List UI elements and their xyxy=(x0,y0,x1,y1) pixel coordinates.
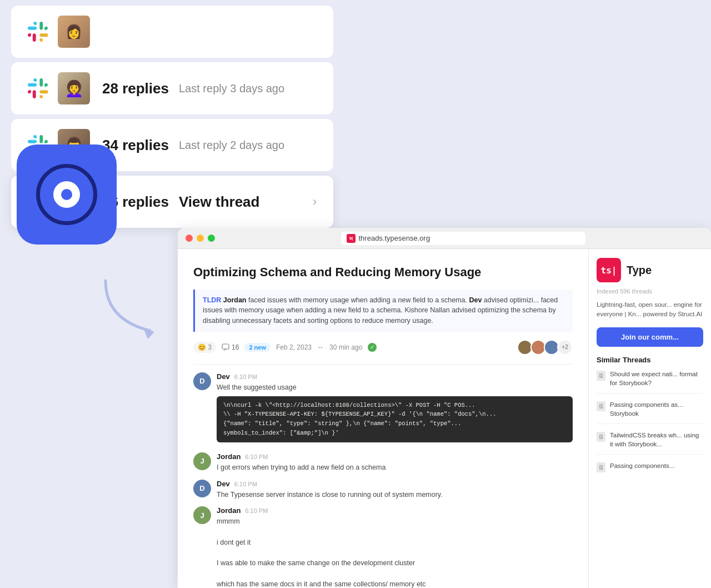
message-body-jordan-2: Jordan 6:10 PM mmmm i dont get it I was … xyxy=(217,506,573,588)
traffic-lights xyxy=(186,235,215,242)
brand-logo: ts| xyxy=(597,258,621,282)
thread-item[interactable]: 👩 xyxy=(11,6,333,58)
similar-text-2: Passing components as... Storybook xyxy=(610,400,703,418)
doc-icon-2 xyxy=(597,401,605,411)
message-dev-1: D Dev 6:10 PM Well the suggested usage \… xyxy=(193,372,573,446)
emoji-reaction[interactable]: 😊 3 xyxy=(193,342,216,353)
chevron-right-icon: › xyxy=(313,195,317,209)
divider xyxy=(193,364,573,365)
doc-icon-3 xyxy=(597,432,605,442)
time-ago: 30 min ago xyxy=(329,343,362,351)
message-header-jordan-1: Jordan 6:10 PM xyxy=(217,452,573,461)
code-line-2: \\ -H "X-TYPESENSE-API-KEY: ${TYPESENSE_… xyxy=(223,410,566,419)
thread-meta-28: Last reply 3 days ago xyxy=(179,82,284,95)
brand-description: Lightning-fast, open sour... engine for … xyxy=(597,300,703,320)
message-author-dev-2: Dev xyxy=(217,480,230,488)
message-text-dev-2: The Typesense server instance is close t… xyxy=(217,490,573,500)
thread-date: Feb 2, 2023 xyxy=(276,343,312,351)
comments-badge: 16 xyxy=(222,343,239,351)
slack-logo-icon-2 xyxy=(28,78,48,98)
minimize-button[interactable] xyxy=(197,235,204,242)
similar-threads-title: Similar Threads xyxy=(597,356,703,364)
message-author-jordan-2: Jordan xyxy=(217,506,241,515)
slack-logo-icon xyxy=(28,22,48,42)
app-icon xyxy=(17,144,117,245)
new-badge: 2 new xyxy=(244,343,271,352)
message-body-dev-2: Dev 6:10 PM The Typesense server instanc… xyxy=(217,480,573,500)
similar-thread-4[interactable]: Passing components... xyxy=(597,461,703,478)
url-favicon: ts| xyxy=(347,234,356,243)
message-jordan-1: J Jordan 6:10 PM I got errors when tryin… xyxy=(193,452,573,473)
code-line-1: \n\ncurl -k \"<http://localhost:8108/col… xyxy=(223,401,566,410)
code-line-3: {"name": "title", "type": "string" },\n … xyxy=(223,419,566,428)
message-header-dev-2: Dev 6:10 PM xyxy=(217,480,573,488)
brand-name: Type xyxy=(627,264,652,277)
thread-stats-bar: 😊 3 16 2 new Feb 2, 2023 ↔ 30 min ago ✓ … xyxy=(193,340,573,355)
browser-window: ts| threads.typesense.org Optimizing Sch… xyxy=(178,228,711,588)
message-avatar-jordan-2: J xyxy=(193,506,211,524)
join-button[interactable]: Join our comm... xyxy=(597,327,703,347)
message-text-dev-1: Well the suggested usage xyxy=(217,382,573,393)
browser-content: Optimizing Schema and Reducing Memory Us… xyxy=(178,249,711,588)
svg-rect-1 xyxy=(222,344,229,349)
separator: ↔ xyxy=(317,343,324,351)
thread-info-28: 28 replies Last reply 3 days ago xyxy=(102,80,317,97)
favicon-text: ts| xyxy=(349,236,352,240)
thread-avatar: 👩 xyxy=(58,16,90,48)
message-body-dev-1: Dev 6:10 PM Well the suggested usage \n\… xyxy=(217,372,573,446)
url-bar[interactable]: ts| threads.typesense.org xyxy=(341,232,585,245)
brand-section: ts| Type xyxy=(597,258,703,282)
doc-icon-1 xyxy=(597,371,605,381)
tldr-name-jordan: Jordan xyxy=(223,296,247,304)
message-time-dev-2: 6:10 PM xyxy=(234,481,257,487)
thread-info-16: 16 replies View thread xyxy=(102,193,313,211)
thread-item-28[interactable]: 👩‍🦱 28 replies Last reply 3 days ago xyxy=(11,62,333,114)
message-author-jordan-1: Jordan xyxy=(217,452,241,461)
thread-title: Optimizing Schema and Reducing Memory Us… xyxy=(193,265,573,281)
message-avatar-jordan-1: J xyxy=(193,452,211,470)
indexed-info: Indexed 596 threads xyxy=(597,288,703,295)
code-line-4: symbols_to_index": ["&amp;"]\n }' xyxy=(223,428,566,438)
arrow-svg xyxy=(94,275,167,342)
similar-text-3: TailwindCSS breaks wh... using it with S… xyxy=(610,431,703,449)
browser-titlebar: ts| threads.typesense.org xyxy=(178,228,711,249)
code-block-1: \n\ncurl -k \"<http://localhost:8108/col… xyxy=(217,396,573,442)
similar-thread-3[interactable]: TailwindCSS breaks wh... using it with S… xyxy=(597,431,703,455)
comments-count: 16 xyxy=(232,343,239,351)
message-time-jordan-1: 6:10 PM xyxy=(245,454,268,460)
avatars-row: +2 xyxy=(517,340,573,355)
check-icon: ✓ xyxy=(368,343,377,352)
url-text: threads.typesense.org xyxy=(359,234,430,242)
tldr-box: TLDR Jordan faced issues with memory usa… xyxy=(193,290,573,332)
message-avatar-dev-2: D xyxy=(193,480,211,497)
message-jordan-2: J Jordan 6:10 PM mmmm i dont get it I wa… xyxy=(193,506,573,588)
message-author-dev: Dev xyxy=(217,372,230,381)
message-text-jordan-1: I got errors when trying to add a new fi… xyxy=(217,462,573,473)
message-time-jordan-2: 6:10 PM xyxy=(245,507,268,514)
tldr-name-dev: Dev xyxy=(469,296,482,304)
similar-thread-1[interactable]: Should we expect nati... format for Stor… xyxy=(597,370,703,393)
similar-text-1: Should we expect nati... format for Stor… xyxy=(610,370,703,387)
thread-content: Optimizing Schema and Reducing Memory Us… xyxy=(178,249,589,588)
similar-thread-2[interactable]: Passing components as... Storybook xyxy=(597,400,703,424)
comment-icon xyxy=(222,343,229,351)
thread-action-16: View thread xyxy=(179,193,259,211)
brand-logo-text: ts| xyxy=(601,265,617,276)
close-button[interactable] xyxy=(186,235,193,242)
replies-count-34: 34 replies xyxy=(102,137,169,154)
doc-icon-4 xyxy=(597,462,605,472)
thread-meta-34: Last reply 2 days ago xyxy=(179,139,284,152)
more-avatars-badge: +2 xyxy=(557,340,573,355)
tldr-text-1: faced issues with memory usage when addi… xyxy=(248,296,469,304)
tldr-label: TLDR xyxy=(203,296,221,304)
maximize-button[interactable] xyxy=(208,235,215,242)
similar-text-4: Passing components... xyxy=(610,461,674,470)
thread-avatar-2: 👩‍🦱 xyxy=(58,72,90,104)
message-avatar-dev: D xyxy=(193,372,211,390)
message-text-jordan-2: mmmm i dont get it I was able to make th… xyxy=(217,516,573,588)
thread-sidebar: ts| Type Indexed 596 threads Lightning-f… xyxy=(589,249,711,588)
replies-count-28: 28 replies xyxy=(102,80,169,97)
message-header-dev-1: Dev 6:10 PM xyxy=(217,372,573,381)
message-dev-2: D Dev 6:10 PM The Typesense server insta… xyxy=(193,480,573,500)
thread-info-34: 34 replies Last reply 2 days ago xyxy=(102,137,317,154)
